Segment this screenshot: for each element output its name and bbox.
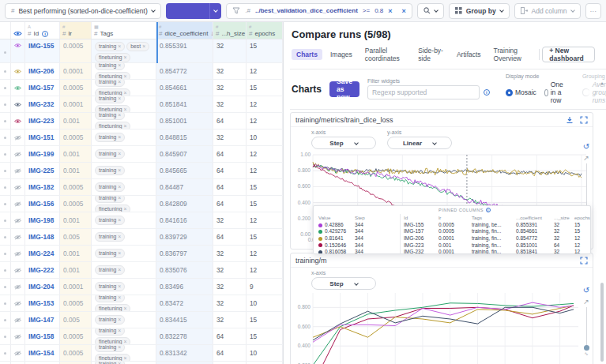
run-id-link[interactable]: IMG-224 [28, 250, 54, 257]
tag-remove-icon[interactable]: × [118, 63, 121, 69]
run-id-link[interactable]: IMG-206 [28, 67, 54, 75]
y-range-slider[interactable] [586, 163, 587, 208]
tag-remove-icon[interactable]: × [118, 113, 121, 119]
y-axis-select[interactable]: Linear [387, 137, 452, 149]
table-row[interactable]: IMG-2220.001training×0.8350763212 [0, 262, 283, 279]
tag-remove-icon[interactable]: × [118, 233, 121, 241]
tab-images[interactable]: Images [326, 49, 357, 60]
tag-remove-icon[interactable]: × [118, 150, 121, 158]
tag-remove-icon[interactable]: × [118, 328, 121, 335]
new-dashboard-button[interactable]: + New dashboard [542, 47, 595, 62]
run-visibility-toggle[interactable] [11, 229, 25, 245]
save-view-button[interactable]: Save view [166, 3, 210, 19]
filter-bar[interactable]: .# ../best_validation_dice_coefficient >… [226, 3, 412, 19]
table-row[interactable]: IMG-1560.0005training×finetuning×0.84280… [0, 196, 283, 212]
tag-remove-icon[interactable]: × [118, 216, 121, 224]
table-row[interactable]: IMG-1470.005training×0.8344153215 [0, 312, 283, 328]
tag-remove-icon[interactable]: × [118, 196, 121, 202]
tag-remove-icon[interactable]: × [123, 338, 126, 344]
table-row[interactable]: IMG-1530.0005training×finetuning×0.83472… [0, 295, 283, 312]
column-header-tags[interactable]: ▦#Tags [92, 22, 156, 39]
column-resize-indicator[interactable] [156, 22, 158, 63]
radio-one-in-a-row[interactable]: One in a row [544, 81, 566, 104]
run-id-link[interactable]: IMG-199 [28, 150, 54, 158]
tag-remove-icon[interactable]: × [123, 122, 126, 129]
tag-remove-icon[interactable]: × [118, 43, 121, 51]
run-visibility-toggle[interactable] [11, 312, 25, 328]
table-row[interactable]: IMG-2060.0001training×finetuning×0.85477… [0, 63, 283, 80]
refresh-icon[interactable]: ↺ [583, 141, 589, 152]
tag-remove-icon[interactable]: × [118, 283, 121, 291]
tag-remove-icon[interactable]: × [123, 305, 126, 311]
table-row[interactable]: IMG-2240.001training×0.8367973212 [0, 246, 283, 262]
run-id-link[interactable]: IMG-147 [28, 316, 54, 324]
table-row[interactable]: IMG-1990.001training×0.8459076412 [0, 146, 283, 163]
filter-clear-icon[interactable]: × [402, 7, 406, 15]
tag-remove-icon[interactable]: × [118, 80, 121, 86]
scroll-up-arrow-icon[interactable]: ▲ [600, 81, 604, 85]
expand-icon[interactable] [580, 257, 588, 265]
tag-remove-icon[interactable]: × [118, 96, 121, 103]
refresh-icon[interactable]: ↺ [583, 285, 589, 296]
run-visibility-toggle[interactable] [11, 196, 25, 212]
more-options-button[interactable]: ··· [585, 3, 602, 19]
run-visibility-toggle[interactable] [11, 212, 25, 228]
x-axis-select[interactable]: Step [311, 137, 376, 149]
run-id-link[interactable]: IMG-225 [28, 167, 54, 174]
search-button[interactable] [417, 3, 444, 19]
table-row[interactable]: IMG-2230.001training×finetuning×0.851001… [0, 113, 283, 129]
table-row[interactable]: IMG-2250.001training×0.8456656412 [0, 163, 283, 179]
tab-side-by-side[interactable]: Side-by-side [413, 45, 449, 64]
radio-mosaic[interactable]: Mosaic [506, 88, 536, 96]
group-by-button[interactable]: Group by [449, 3, 510, 19]
run-id-link[interactable]: IMG-232 [28, 100, 54, 108]
tag-remove-icon[interactable]: × [118, 266, 121, 274]
run-id-link[interactable]: IMG-182 [28, 183, 54, 191]
run-id-link[interactable]: IMG-154 [28, 349, 54, 357]
x-axis-select[interactable]: Step [311, 277, 376, 290]
tag-remove-icon[interactable]: × [118, 345, 121, 351]
run-visibility-toggle[interactable] [11, 113, 25, 129]
run-visibility-toggle[interactable] [11, 328, 25, 344]
save-as-new-button[interactable]: Save as new [329, 81, 359, 97]
run-visibility-toggle[interactable] [11, 63, 25, 79]
table-row[interactable]: IMG-1550.0005training×best×finetuning×0.… [0, 39, 283, 63]
tag-remove-icon[interactable]: × [118, 183, 121, 191]
tag-remove-icon[interactable]: × [118, 295, 121, 302]
scrollbar-thumb[interactable] [600, 283, 604, 362]
fit-data-icon[interactable]: ∿ [584, 351, 588, 356]
run-id-link[interactable]: IMG-223 [28, 117, 54, 125]
tag-remove-icon[interactable]: × [123, 355, 126, 361]
y-range-slider[interactable] [586, 307, 587, 345]
run-id-link[interactable]: IMG-155 [28, 42, 54, 50]
table-row[interactable]: IMG-1540.0005training×finetuning×0.83134… [0, 345, 283, 362]
table-row[interactable]: IMG-1820.0005training×0.844876415 [0, 179, 283, 196]
y-range-knob[interactable] [584, 345, 589, 351]
column-header-size[interactable]: ##...h_size [213, 22, 247, 39]
average-grouped-runs-toggle[interactable] [582, 88, 589, 96]
column-header-dice[interactable]: ##dice_coefficient↓ [156, 22, 213, 39]
table-row[interactable]: IMG-1480.005training×0.8397296415 [0, 229, 283, 246]
tag-remove-icon[interactable]: × [123, 106, 126, 112]
column-header-lr[interactable]: ##lr [60, 22, 92, 39]
run-visibility-toggle[interactable] [11, 39, 25, 62]
add-column-button[interactable]: Add column [514, 3, 581, 19]
tag-remove-icon[interactable]: × [123, 73, 126, 79]
run-visibility-toggle[interactable] [11, 279, 25, 295]
tag-remove-icon[interactable]: × [142, 43, 145, 51]
run-visibility-toggle[interactable] [11, 129, 25, 145]
run-id-link[interactable]: IMG-204 [28, 283, 54, 291]
table-row[interactable]: IMG-1570.0005training×finetuning×0.85466… [0, 80, 283, 96]
run-id-link[interactable]: IMG-156 [28, 200, 54, 208]
trend-icon[interactable]: ↗ [583, 152, 589, 163]
tag-remove-icon[interactable]: × [123, 205, 126, 212]
tag-remove-icon[interactable]: × [118, 316, 121, 324]
validation-chart[interactable]: 0.001.002.003.004.005.006.007.008.009.00… [291, 291, 593, 364]
run-id-link[interactable]: IMG-148 [28, 233, 54, 241]
filter-widgets-input[interactable] [367, 85, 480, 99]
table-row[interactable]: IMG-1510.0005training×0.8488153210 [0, 129, 283, 146]
tag-remove-icon[interactable]: × [123, 54, 126, 62]
table-row[interactable]: IMG-2320.0001training×finetuning×0.85184… [0, 96, 283, 113]
visibility-column-header[interactable] [11, 22, 25, 39]
table-row[interactable]: IMG-1580.0005training×finetuning×0.83227… [0, 328, 283, 345]
